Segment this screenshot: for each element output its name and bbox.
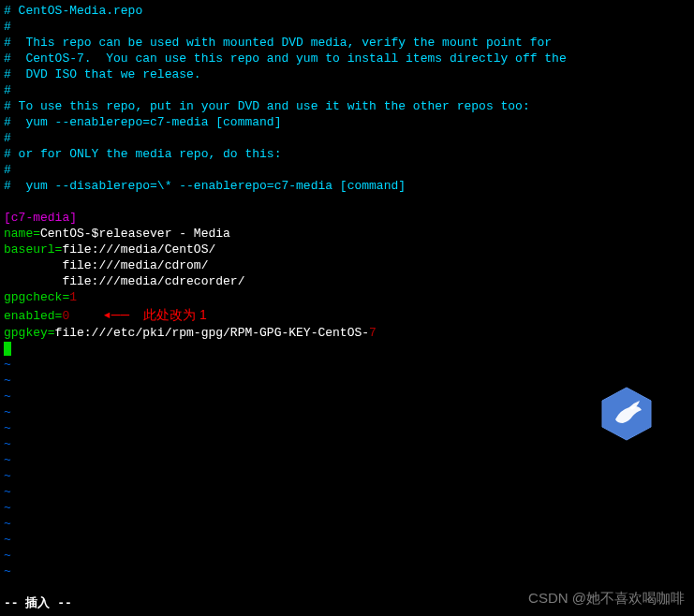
value: 1: [69, 290, 77, 304]
empty-line-tilde: ~: [4, 437, 690, 453]
value: CentOS-$releasever - Media: [40, 227, 230, 241]
comment-line: # yum --disablerepo=\* --enablerepo=c7-m…: [4, 179, 690, 195]
config-name: name=CentOS-$releasever - Media: [4, 227, 690, 242]
empty-line-tilde: ~: [4, 421, 690, 437]
vim-status: -- 插入 --: [4, 596, 72, 612]
config-baseurl-cont: file:///media/cdrecorder/: [4, 274, 690, 290]
comment-line: # DVD ISO that we release.: [4, 67, 690, 83]
comment-line: #: [4, 163, 690, 179]
comment-line: # To use this repo, put in your DVD and …: [4, 99, 690, 115]
empty-line-tilde: ~: [4, 501, 690, 517]
key: name=: [4, 227, 40, 241]
empty-line-tilde: ~: [4, 533, 690, 549]
comment-line: # CentOS-7. You can use this repo and yu…: [4, 51, 690, 67]
value: file:///etc/pki/rpm-gpg/RPM-GPG-KEY-Cent…: [55, 326, 369, 340]
value: 0: [62, 309, 69, 323]
section-header: [c7-media]: [4, 211, 690, 227]
annotation-text: 此处改为 1: [143, 307, 207, 322]
empty-line-tilde: ~: [4, 389, 690, 405]
key: gpgcheck=: [4, 290, 69, 304]
comment-line: #: [4, 83, 690, 99]
empty-line-tilde: ~: [4, 485, 690, 501]
empty-line-tilde: ~: [4, 405, 690, 421]
value: file:///media/CentOS/: [62, 242, 215, 257]
empty-line-tilde: ~: [4, 469, 690, 485]
terminal-editor[interactable]: # CentOS-Media.repo # # This repo can be…: [4, 4, 690, 580]
empty-line-tilde: ~: [4, 549, 690, 565]
arrow-icon: ◂——: [102, 307, 129, 324]
empty-line-tilde: ~: [4, 358, 690, 374]
key: enabled=: [4, 309, 62, 323]
comment-line: #: [4, 131, 690, 147]
cursor-line: [4, 342, 690, 358]
key: gpgkey=: [4, 326, 55, 340]
comment-line: # CentOS-Media.repo: [4, 4, 690, 20]
empty-line-tilde: ~: [4, 565, 690, 580]
empty-line-tilde: ~: [4, 453, 690, 469]
value-suffix: 7: [369, 326, 377, 340]
watermark-text: CSDN @她不喜欢喝咖啡: [528, 589, 685, 608]
key: baseurl=: [4, 242, 62, 257]
config-enabled: enabled=0◂——此处改为 1: [4, 306, 690, 326]
bird-logo-icon: [597, 384, 657, 444]
config-gpgkey: gpgkey=file:///etc/pki/rpm-gpg/RPM-GPG-K…: [4, 326, 690, 342]
empty-line-tilde: ~: [4, 517, 690, 533]
comment-line: #: [4, 20, 690, 36]
config-gpgcheck: gpgcheck=1: [4, 290, 690, 306]
config-baseurl: baseurl=file:///media/CentOS/: [4, 242, 690, 258]
comment-line: # This repo can be used with mounted DVD…: [4, 36, 690, 51]
cursor-icon: [4, 342, 11, 356]
comment-line: # or for ONLY the media repo, do this:: [4, 147, 690, 163]
config-baseurl-cont: file:///media/cdrom/: [4, 258, 690, 274]
empty-line-tilde: ~: [4, 374, 690, 389]
comment-line: # yum --enablerepo=c7-media [command]: [4, 115, 690, 131]
blank-line: [4, 195, 690, 211]
